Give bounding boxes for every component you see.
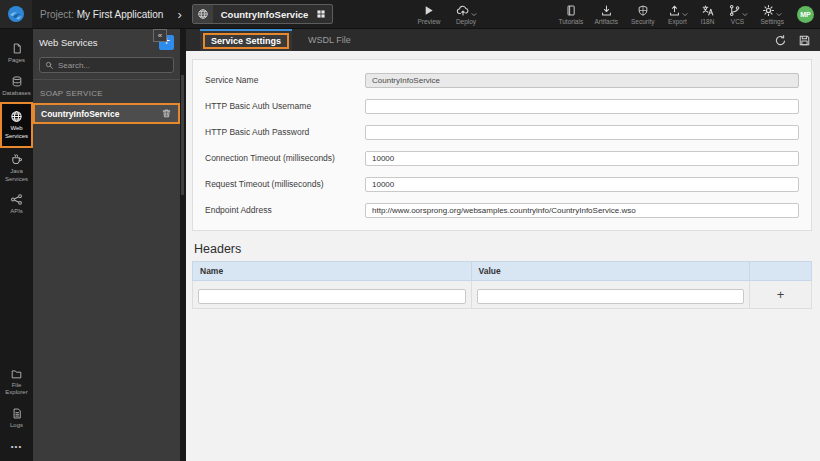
book-icon <box>565 4 577 17</box>
artifacts-button[interactable]: Artifacts <box>595 4 618 25</box>
search-icon <box>45 61 54 70</box>
header-value-input[interactable] <box>477 289 745 304</box>
request-timeout-label: Request Timeout (milliseconds) <box>205 179 365 189</box>
play-icon <box>422 4 435 17</box>
panel-divider <box>33 79 180 80</box>
sidebar-item-file-explorer[interactable]: File Explorer <box>0 363 33 402</box>
tab-wsdl-file[interactable]: WSDL File <box>292 29 367 51</box>
content-tab-bar: Service Settings WSDL File <box>186 29 820 51</box>
cloud-upload-icon <box>456 4 470 17</box>
export-button[interactable]: Export <box>668 4 688 25</box>
chevron-down-icon <box>471 12 477 17</box>
user-avatar[interactable]: MP <box>797 6 814 23</box>
breadcrumb-chevron-icon: › <box>177 8 181 21</box>
download-icon <box>600 4 613 17</box>
basic-auth-username-label: HTTP Basic Auth Username <box>205 101 365 111</box>
top-bar: Project: My First Application › CountryI… <box>0 0 820 29</box>
service-name-label: Service Name <box>205 75 365 85</box>
api-icon <box>10 193 23 206</box>
save-icon[interactable] <box>798 34 811 47</box>
sidebar-item-java-services[interactable]: Java Services <box>0 148 33 188</box>
actions-column-header <box>750 262 812 281</box>
branch-icon <box>728 4 741 17</box>
chevron-down-icon <box>682 12 688 17</box>
vcs-button[interactable]: VCS <box>728 4 748 25</box>
header-name-cell <box>193 281 472 309</box>
endpoint-address-label: Endpoint Address <box>205 205 365 215</box>
sidebar-more-button[interactable]: ••• <box>0 434 33 461</box>
soap-service-section-label: SOAP SERVICE <box>40 89 173 98</box>
sidebar-item-databases[interactable]: Databases <box>0 70 33 103</box>
form-row: Connection Timeout (milliseconds) <box>205 145 799 171</box>
headers-table-head-row: Name Value <box>193 262 812 281</box>
service-settings-form: Service Name HTTP Basic Auth Username HT… <box>192 59 812 231</box>
endpoint-address-field[interactable] <box>365 203 799 218</box>
search-input[interactable] <box>58 61 168 70</box>
tab-service-settings[interactable]: Service Settings <box>200 29 292 51</box>
service-search[interactable] <box>39 57 174 73</box>
panel-scrollbar[interactable] <box>181 75 184 195</box>
project-breadcrumb: Project: My First Application <box>40 9 163 20</box>
settings-scroll-area: Service Name HTTP Basic Auth Username HT… <box>186 51 820 461</box>
wavemaker-logo-icon[interactable] <box>0 0 32 28</box>
form-row: HTTP Basic Auth Password <box>205 119 799 145</box>
chevron-down-icon <box>776 12 782 17</box>
preview-button[interactable]: Preview <box>417 4 440 25</box>
content-area: Service Settings WSDL File <box>186 29 820 461</box>
form-row: HTTP Basic Auth Username <box>205 93 799 119</box>
tutorials-button[interactable]: Tutorials <box>559 4 584 25</box>
settings-button[interactable]: Settings <box>761 4 785 25</box>
globe-icon <box>10 110 23 123</box>
upload-icon <box>668 4 681 17</box>
trash-icon[interactable] <box>161 108 172 119</box>
form-row: Request Timeout (milliseconds) <box>205 171 799 197</box>
basic-auth-username-field[interactable] <box>365 99 799 114</box>
collapse-panel-button[interactable]: « <box>153 29 167 42</box>
panel-title: Web Services <box>39 37 159 48</box>
deploy-button[interactable]: Deploy <box>456 4 477 25</box>
headers-table: Name Value + <box>192 261 812 309</box>
app-window: Project: My First Application › CountryI… <box>0 0 820 461</box>
topbar-right-actions: Artifacts Security <box>595 4 814 25</box>
headers-section-title: Headers <box>194 242 812 256</box>
shield-icon <box>637 4 649 17</box>
refresh-icon[interactable] <box>774 34 787 47</box>
sidebar-item-web-services[interactable]: Web Services <box>0 102 33 148</box>
basic-auth-password-label: HTTP Basic Auth Password <box>205 127 365 137</box>
sidebar-item-apis[interactable]: APIs <box>0 188 33 221</box>
log-file-icon <box>11 407 23 420</box>
service-name-label: CountryInfoService <box>41 109 119 119</box>
sidebar-item-pages[interactable]: Pages <box>0 37 33 70</box>
form-row: Endpoint Address <box>205 197 799 223</box>
sidebar-item-logs[interactable]: Logs <box>0 402 33 435</box>
form-row: Service Name <box>205 67 799 93</box>
name-column-header: Name <box>193 262 472 281</box>
annotation-highlight: Service Settings <box>203 33 289 49</box>
service-list-item-countryinfoservice[interactable]: CountryInfoService <box>33 103 180 124</box>
resource-tab-label: CountryInfoService <box>213 9 317 20</box>
security-button[interactable]: Security <box>631 4 654 25</box>
resource-tab-countryinfoservice[interactable]: CountryInfoService <box>192 4 334 24</box>
request-timeout-field[interactable] <box>365 177 799 192</box>
i18n-button[interactable]: I18N <box>701 4 715 25</box>
basic-auth-password-field[interactable] <box>365 125 799 140</box>
add-header-row-button[interactable]: + <box>750 281 812 309</box>
connection-timeout-field[interactable] <box>365 151 799 166</box>
page-icon <box>11 42 23 55</box>
grid-icon[interactable] <box>316 9 326 19</box>
header-name-input[interactable] <box>198 289 466 304</box>
project-name: My First Application <box>77 9 164 20</box>
coffee-icon <box>10 153 23 166</box>
gear-icon <box>762 4 775 17</box>
connection-timeout-label: Connection Timeout (milliseconds) <box>205 153 365 163</box>
folder-icon <box>10 368 23 380</box>
icon-sidebar: Pages Databases <box>0 29 33 461</box>
main-area: Pages Databases <box>0 29 820 461</box>
project-label: Project: <box>40 9 74 20</box>
translate-icon <box>701 4 715 17</box>
header-value-cell <box>471 281 750 309</box>
database-icon <box>11 75 23 88</box>
globe-icon <box>193 4 213 24</box>
content-toolbar <box>774 29 820 51</box>
value-column-header: Value <box>471 262 750 281</box>
